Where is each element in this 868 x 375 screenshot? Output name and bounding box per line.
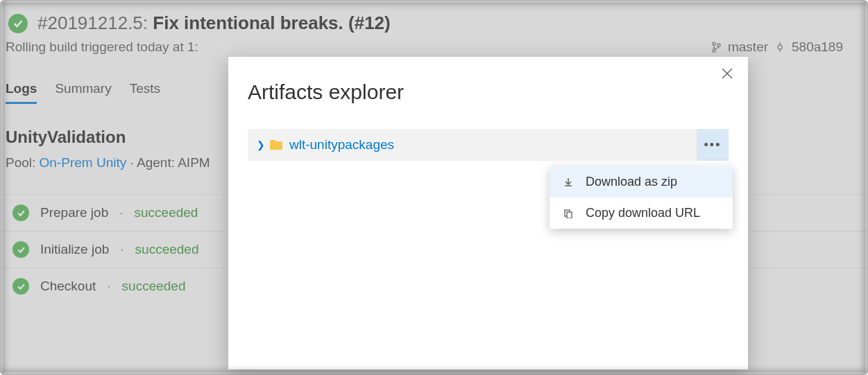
menu-label: Copy download URL [586,206,700,220]
modal-title: Artifacts explorer [248,80,729,104]
artifacts-explorer-modal: Artifacts explorer ❯ wlt-unitypackages •… [228,57,748,369]
menu-copy-url[interactable]: Copy download URL [550,198,733,229]
menu-label: Download as zip [586,175,677,189]
more-actions-button[interactable]: ••• [697,129,729,161]
menu-download-zip[interactable]: Download as zip [550,166,733,198]
copy-icon [562,209,575,218]
artifact-row[interactable]: ❯ wlt-unitypackages ••• [248,129,729,161]
chevron-right-icon[interactable]: ❯ [253,139,269,150]
context-menu: Download as zip Copy download URL [550,166,733,229]
artifact-name[interactable]: wlt-unitypackages [289,137,394,152]
folder-icon [270,140,282,150]
download-icon [562,177,575,187]
svg-rect-9 [567,212,572,218]
close-button[interactable] [722,68,733,82]
